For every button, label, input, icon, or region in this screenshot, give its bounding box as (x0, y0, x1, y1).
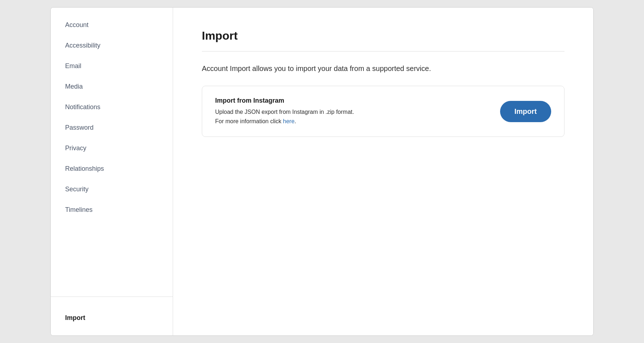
sidebar: Account Accessibility Email Media Notifi… (51, 8, 173, 335)
main-content: Import Account Import allows you to impo… (173, 8, 593, 335)
sidebar-item-security[interactable]: Security (51, 179, 173, 200)
sidebar-item-media[interactable]: Media (51, 76, 173, 97)
description-text: Account Import allows you to import your… (202, 64, 564, 73)
sidebar-item-import[interactable]: Import (51, 308, 173, 328)
import-card-content: Import from Instagram Upload the JSON ex… (215, 97, 486, 126)
import-card-description: Upload the JSON export from Instagram in… (215, 107, 486, 126)
app-container: Account Accessibility Email Media Notifi… (50, 7, 594, 336)
sidebar-item-notifications[interactable]: Notifications (51, 97, 173, 117)
import-card-desc-line2: For more information click (215, 118, 283, 124)
sidebar-item-email[interactable]: Email (51, 56, 173, 76)
section-divider (202, 51, 564, 52)
import-card: Import from Instagram Upload the JSON ex… (202, 86, 564, 137)
sidebar-item-privacy[interactable]: Privacy (51, 138, 173, 159)
page-title: Import (202, 29, 564, 43)
sidebar-divider (51, 297, 173, 297)
import-card-desc-line1: Upload the JSON export from Instagram in… (215, 109, 354, 115)
sidebar-item-accessibility[interactable]: Accessibility (51, 35, 173, 56)
sidebar-item-timelines[interactable]: Timelines (51, 200, 173, 220)
sidebar-item-account[interactable]: Account (51, 15, 173, 35)
sidebar-bottom: Import (51, 300, 173, 335)
sidebar-nav: Account Accessibility Email Media Notifi… (51, 8, 173, 293)
import-card-period: . (295, 118, 296, 124)
sidebar-item-relationships[interactable]: Relationships (51, 159, 173, 179)
import-button[interactable]: Import (500, 101, 551, 122)
import-card-here-link[interactable]: here (283, 118, 295, 124)
import-card-title: Import from Instagram (215, 97, 486, 104)
sidebar-item-password[interactable]: Password (51, 117, 173, 138)
